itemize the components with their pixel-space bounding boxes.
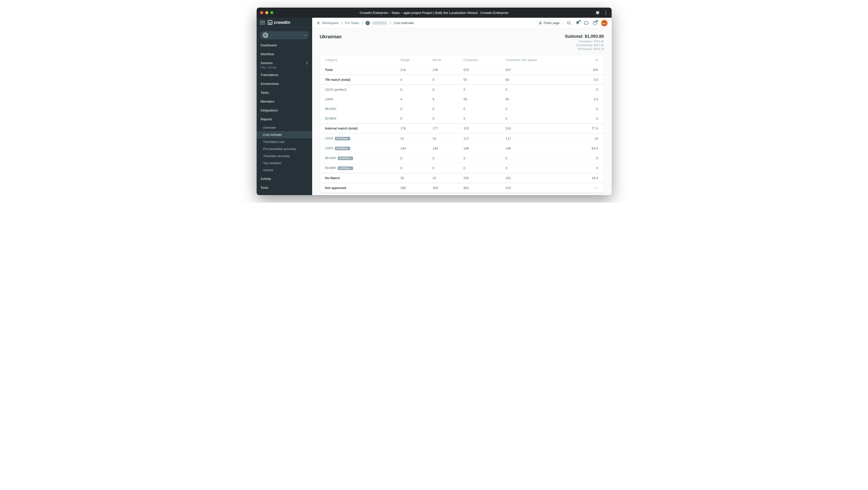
sidebar-subitem-pre-translation-accuracy[interactable]: Pre-translation accuracy [257,145,312,153]
table-cell: 198 [460,143,502,153]
breadcrumb-avatar[interactable] [365,21,370,25]
sidebar-subitem-top-members[interactable]: Top members [257,160,312,167]
sidebar-item-tools[interactable]: Tools [257,183,312,192]
table-cell: 625 [460,65,502,75]
menu-toggle-button[interactable] [260,20,265,25]
table-cell: 801 [460,183,502,193]
app-body: crowdin C ▾ DashboardWorkflowSources❯Fil… [257,18,612,195]
sidebar-item-settings[interactable]: Settings❯ [257,192,312,195]
table-row: 100%INTERNAL14414519819963.6 [320,143,604,153]
sidebar-item-workflow[interactable]: Workflow [257,50,312,59]
table-cell: 0 [429,163,460,173]
category-name: Total [325,68,333,72]
browser-menu-button[interactable]: ⋮ [603,10,608,15]
table-cell: 290 [396,183,429,193]
sidebar-subitem-overview[interactable]: Overview [257,124,312,131]
organization-picker[interactable]: C ▾ [260,31,309,39]
close-window-button[interactable] [260,11,263,14]
table-row: 99-94%INTERNAL00000 [320,153,604,163]
sidebar-item-translations[interactable]: Translations [257,70,312,79]
crowdin-logo[interactable]: crowdin [268,20,290,25]
sidebar-item-screenshots[interactable]: Screenshots [257,79,312,88]
table-cell: 0 [502,85,575,95]
category-cell: 93-88%INTERNAL [320,163,396,173]
table-cell: 9 [429,75,460,85]
table-cell: 0 [575,163,604,173]
internal-badge: INTERNAL [338,166,353,170]
table-header-cell: % [575,55,604,65]
table-row: Total216228625637100 [320,65,604,75]
sidebar-subitem-translator-accuracy[interactable]: Translator accuracy [257,153,312,160]
globe-icon [538,21,542,25]
help-button[interactable] [592,21,597,26]
category-cell: TM match (total) [320,75,396,85]
category-name: 99-94% [325,107,337,111]
table-cell: 315 [460,123,502,133]
sidebar: crowdin C ▾ DashboardWorkflowSources❯Fil… [257,18,312,195]
table-cell: 117 [460,133,502,143]
sidebar-item-label: Sources [261,61,273,65]
sidebar-subitem-archive[interactable]: Archive [257,167,312,174]
breadcrumb-workspace[interactable]: Workspace [322,21,339,25]
sidebar-item-members[interactable]: Members [257,97,312,106]
sidebar-item-reports[interactable]: Reports [257,115,312,124]
sidebar-item-activity[interactable]: Activity [257,174,312,183]
titlebar-actions: ⋮ [595,10,608,15]
traffic-lights [260,11,273,14]
sidebar-item-dashboard[interactable]: Dashboard [257,41,312,50]
sidebar-item-label: Settings [261,195,273,195]
breadcrumb-for-tasks[interactable]: For Tasks [345,21,359,25]
category-cell: 99-94% [320,104,396,114]
home-icon[interactable] [316,21,320,25]
sidebar-subitem-translation-cost[interactable]: Translation cost [257,138,312,145]
table-cell: 144 [396,143,429,153]
minimize-window-button[interactable] [265,11,268,14]
table-cell: 9 [429,95,460,104]
search-button[interactable] [566,21,571,26]
table-cell: 14 [575,133,604,143]
table-cell: 304 [429,183,460,193]
tm-savings-line: TM Savings: $502.20 [565,47,604,51]
maximize-window-button[interactable] [270,11,273,14]
table-cell: 55 [460,95,502,104]
table-cell: 145 [429,143,460,153]
sidebar-item-label: Dashboard [261,43,277,47]
sidebar-subitem-cost-estimate[interactable]: Cost estimate [257,131,312,138]
table-cell: 60 [502,75,575,85]
table-body: Total216228625637100TM match (total)4955… [320,65,604,193]
notification-dot [579,20,581,22]
internal-badge: INTERNAL [335,147,350,150]
table-cell: 0 [502,114,575,124]
sidebar-item-tasks[interactable]: Tasks [257,88,312,97]
table-cell: 42 [429,173,460,183]
user-avatar[interactable]: 🧙 [601,20,608,26]
table-cell: 199 [502,143,575,153]
subtotal-label: Subtotal: [565,34,584,39]
public-page-label: Public page [544,21,560,25]
table-row: 101%INTERNAL323211711714 [320,133,604,143]
table-cell: 815 [502,183,575,193]
breadcrumb: Workspace ❯ For Tasks ❯ ❯ Cost estimate [316,21,414,25]
table-cell: 0 [429,114,460,124]
table-cell: 261 [502,173,575,183]
subtotal-value: $1,093.80 [585,34,604,39]
table-row: TM match (total)4955603.9 [320,75,604,85]
table-header-cell: Characters with spaces [502,55,575,65]
help-dot [596,20,598,22]
crowdin-logo-text: crowdin [274,20,290,25]
messages-button[interactable] [584,21,589,26]
svg-point-2 [567,21,570,24]
crowdin-logo-icon [268,20,272,25]
table-row: 93-88%INTERNAL00000 [320,163,604,173]
notifications-button[interactable] [575,21,580,26]
table-cell: 77.6 [575,123,604,133]
sidebar-subtext: Files, Strings [257,66,312,70]
public-page-button[interactable]: Public page [535,20,563,26]
table-cell: 36 [396,173,429,183]
sidebar-item-integrations[interactable]: Integrations [257,106,312,115]
extension-icon[interactable] [595,10,600,15]
table-row: Not approved290304801815— [320,183,604,193]
table-cell: 0 [396,85,429,95]
table-cell: 0 [460,85,502,95]
table-cell: 4 [396,95,429,104]
